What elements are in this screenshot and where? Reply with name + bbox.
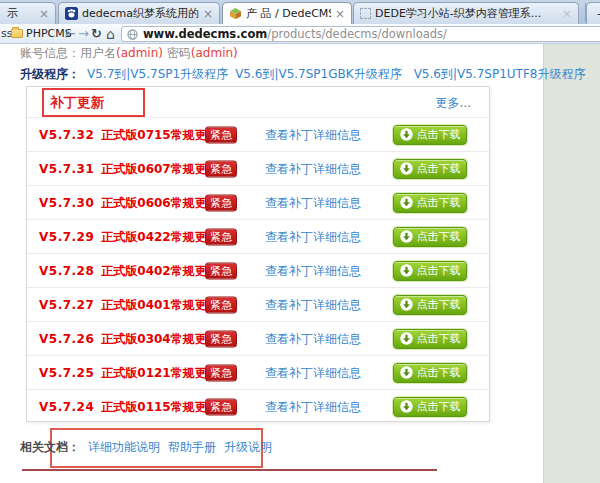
version-name: 正式版0304常规更新 — [101, 331, 218, 345]
download-label: 点击下载 — [417, 195, 461, 210]
version-name: 正式版0422常规更新 — [101, 229, 218, 243]
download-button[interactable]: 点击下载 — [393, 329, 467, 349]
version-number: V5.7.27 — [39, 297, 94, 311]
version-number: V5.7.29 — [39, 229, 94, 243]
red-annotation-box-title: 补丁更新 — [42, 88, 145, 117]
back-icon[interactable]: ← — [64, 24, 77, 43]
version-number: V5.7.30 — [39, 195, 94, 209]
patch-detail-link[interactable]: 查看补丁详细信息 — [265, 330, 361, 347]
patch-detail-link[interactable]: 查看补丁详细信息 — [265, 126, 361, 143]
account-label: 账号信息： — [20, 46, 80, 60]
patch-row: V5.7.29正式版0422常规更新 紧急 查看补丁详细信息 点击下载 — [27, 219, 489, 253]
version-number: V5.7.26 — [39, 331, 94, 345]
urgent-badge: 紧急 — [205, 228, 237, 245]
tab-5-partial[interactable]: - — [586, 2, 600, 24]
patch-update-panel: 更多... V5.7.32正式版0715常规更新 紧急 查看补丁详细信息 点击下… — [26, 86, 490, 422]
patch-detail-link[interactable]: 查看补丁详细信息 — [265, 364, 361, 381]
page-content: 账号信息：用户名(admin) 密码(admin) 升级程序：V5.7到|V5.… — [0, 44, 600, 483]
tab-1[interactable]: 示 × — [0, 2, 56, 24]
patch-detail-link[interactable]: 查看补丁详细信息 — [265, 228, 361, 245]
bottom-divider-line — [22, 469, 437, 471]
docs-link-manual[interactable]: 帮助手册 — [168, 440, 216, 454]
blank-page-favicon-icon — [360, 8, 371, 19]
download-button[interactable]: 点击下载 — [393, 159, 467, 179]
version-name: 正式版0606常规更新 — [101, 195, 218, 209]
patch-row: V5.7.25正式版0121常规更新 紧急 查看补丁详细信息 点击下载 — [27, 355, 489, 389]
patch-row: V5.7.32正式版0715常规更新 紧急 查看补丁详细信息 点击下载 — [27, 118, 489, 151]
patch-version-text: V5.7.28正式版0402常规更新 — [39, 262, 219, 279]
username-value: (admin) — [116, 46, 163, 60]
more-link[interactable]: 更多... — [436, 95, 471, 112]
reload-icon[interactable]: ↻ — [90, 24, 103, 43]
docs-link-upgrade[interactable]: 升级说明 — [224, 440, 272, 454]
patch-detail-link[interactable]: 查看补丁详细信息 — [265, 194, 361, 211]
paw-favicon-icon — [65, 7, 78, 20]
patch-row: V5.7.27正式版0401常规更新 紧急 查看补丁详细信息 点击下载 — [27, 287, 489, 321]
patch-version-text: V5.7.29正式版0422常规更新 — [39, 228, 219, 245]
urgent-badge: 紧急 — [205, 194, 237, 211]
download-button[interactable]: 点击下载 — [393, 295, 467, 315]
tab-close-icon[interactable]: × — [335, 8, 345, 20]
upgrade-programs-line: 升级程序：V5.7到|V5.7SP1升级程序V5.6到|V5.7SP1GBK升级… — [20, 66, 585, 83]
url-text: www.dedecms.com/products/dedecms/downloa… — [143, 27, 447, 41]
patch-version-text: V5.7.31正式版0607常规更新 — [39, 160, 219, 177]
docs-label: 相关文档： — [20, 440, 80, 454]
download-arrow-icon — [400, 230, 413, 243]
version-number: V5.7.32 — [39, 127, 94, 141]
password-label: 密码 — [163, 46, 191, 60]
download-label: 点击下载 — [417, 331, 461, 346]
download-button[interactable]: 点击下载 — [393, 363, 467, 383]
upgrade-link-57sp1[interactable]: V5.7到|V5.7SP1升级程序 — [87, 67, 228, 81]
tab-4[interactable]: DEDE学习小站-织梦内容管理系... × — [353, 2, 579, 24]
urgent-badge: 紧急 — [205, 160, 237, 177]
tab-close-icon[interactable]: × — [39, 8, 49, 20]
patch-rows: V5.7.32正式版0715常规更新 紧急 查看补丁详细信息 点击下载 V5.7… — [27, 118, 489, 423]
version-number: V5.7.31 — [39, 161, 94, 175]
download-label: 点击下载 — [417, 229, 461, 244]
upgrade-link-57sp1utf8[interactable]: V5.6到|V5.7SP1UTF8升级程序 — [414, 67, 586, 81]
upgrade-label: 升级程序： — [20, 67, 80, 81]
patch-row: V5.7.26正式版0304常规更新 紧急 查看补丁详细信息 点击下载 — [27, 321, 489, 355]
url-path: /products/dedecms/downloads/ — [267, 27, 447, 41]
panel-title: 补丁更新 — [50, 94, 104, 112]
urgent-badge: 紧急 — [205, 262, 237, 279]
home-icon[interactable]: ⌂ — [104, 24, 117, 43]
version-number: V5.7.25 — [39, 365, 94, 379]
tab-close-icon[interactable]: × — [203, 8, 213, 20]
folder-icon — [11, 29, 23, 38]
patch-detail-link[interactable]: 查看补丁详细信息 — [265, 398, 361, 415]
patch-detail-link[interactable]: 查看补丁详细信息 — [265, 296, 361, 313]
download-arrow-icon — [400, 162, 413, 175]
download-arrow-icon — [400, 196, 413, 209]
download-arrow-icon — [400, 366, 413, 379]
download-button[interactable]: 点击下载 — [393, 227, 467, 247]
tab-close-icon[interactable]: × — [562, 8, 572, 20]
version-name: 正式版0401常规更新 — [101, 297, 218, 311]
bookmark-folder-phpcms[interactable]: PHPCMS — [11, 24, 72, 43]
tab-title: 示 — [7, 6, 35, 21]
download-button[interactable]: 点击下载 — [393, 193, 467, 213]
download-button[interactable]: 点击下载 — [393, 261, 467, 281]
docs-link-features[interactable]: 详细功能说明 — [88, 440, 160, 454]
download-arrow-icon — [400, 400, 413, 413]
download-button[interactable]: 点击下载 — [393, 125, 467, 145]
tab-2[interactable]: dedecma织梦系统用的是5.7升... × — [58, 2, 220, 24]
browser-toolbar: ss PHPCMS ← → ↻ ⌂ www.dedecms.com/produc… — [0, 24, 600, 44]
patch-detail-link[interactable]: 查看补丁详细信息 — [265, 262, 361, 279]
address-bar[interactable]: www.dedecms.com/products/dedecms/downloa… — [121, 26, 600, 42]
patch-detail-link[interactable]: 查看补丁详细信息 — [265, 160, 361, 177]
download-label: 点击下载 — [417, 365, 461, 380]
tab-3-active[interactable]: 产 品 / DedeCMS / 软件下载_... × — [222, 2, 352, 24]
version-number: V5.7.28 — [39, 263, 94, 277]
download-label: 点击下载 — [417, 127, 461, 142]
version-name: 正式版0402常规更新 — [101, 263, 218, 277]
patch-version-text: V5.7.30正式版0606常规更新 — [39, 194, 219, 211]
patch-version-text: V5.7.27正式版0401常规更新 — [39, 296, 219, 313]
forward-icon[interactable]: → — [77, 24, 90, 43]
urgent-badge: 紧急 — [205, 364, 237, 381]
download-button[interactable]: 点击下载 — [393, 397, 467, 417]
urgent-badge: 紧急 — [205, 126, 237, 143]
download-label: 点击下载 — [417, 263, 461, 278]
url-domain: www.dedecms.com — [143, 27, 267, 41]
upgrade-link-57sp1gbk[interactable]: V5.6到|V5.7SP1GBK升级程序 — [235, 67, 402, 81]
